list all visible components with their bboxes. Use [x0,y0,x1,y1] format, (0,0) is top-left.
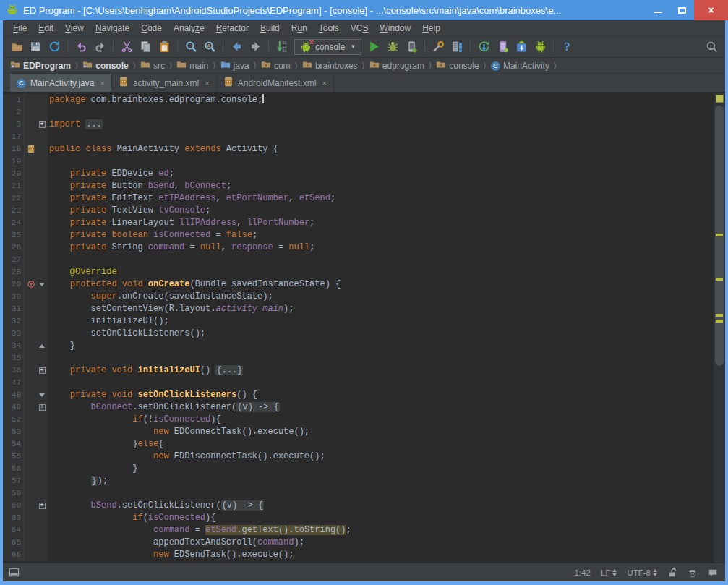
tab-activity-main-xml[interactable]: activity_main.xml× [112,74,217,92]
fold-collapse-icon[interactable] [39,393,45,397]
code-line[interactable]: 31 setContentView(R.layout.activity_main… [3,303,714,315]
android-monitor-icon[interactable] [531,38,549,56]
minimize-button[interactable] [646,0,670,20]
code-line[interactable]: 47 [3,377,714,389]
code-line[interactable]: 55 new EDDisconnectTask().execute(); [3,451,714,463]
menu-item-file[interactable]: File [7,22,33,35]
code-text[interactable] [48,106,49,119]
code-line[interactable]: 26 private String command = null, respon… [3,242,714,254]
code-line[interactable]: 29 protected void onCreate(Bundle savedI… [3,278,714,291]
menu-item-analyze[interactable]: Analyze [168,22,210,35]
code-line[interactable]: 64 command = etSend.getText().toString()… [3,524,714,537]
code-line[interactable]: 57 }); [3,475,714,487]
hector-inspector-icon[interactable] [688,568,698,578]
menu-item-tools[interactable]: Tools [313,22,345,35]
code-line[interactable]: 24 private LinearLayout llIPAddress, llP… [3,217,714,229]
code-line[interactable]: 65 appendTextAndScroll(command); [3,537,714,549]
code-text[interactable]: private void setOnClickListeners() { [48,389,257,401]
related-xml-icon[interactable] [27,143,35,156]
code-line[interactable]: 49+ bConnect.setOnClickListener((v) -> { [3,401,714,414]
code-text[interactable]: package com.brainboxes.edprogram.console… [48,94,264,106]
code-line[interactable]: 34 } [3,340,714,352]
breadcrumb-item-console[interactable]: console [436,59,479,72]
code-line[interactable]: 19 [3,155,714,168]
code-text[interactable]: setOnClickListeners(); [48,328,205,340]
code-text[interactable]: command = etSend.getText().toString(); [48,524,351,537]
code-line[interactable]: 27 [3,254,714,266]
code-line[interactable]: 21 private Button bSend, bConnect; [3,180,714,192]
breadcrumb-item-main[interactable]: main [176,59,208,72]
open-icon[interactable] [8,38,25,56]
code-text[interactable]: import ... [48,119,103,131]
forward-icon[interactable] [247,38,264,56]
save-icon[interactable] [27,38,44,56]
maximize-button[interactable] [670,0,694,20]
replace-icon[interactable]: A [201,38,218,56]
sdk-manager-icon[interactable] [513,38,530,56]
code-text[interactable] [48,352,49,364]
cut-icon[interactable] [118,38,135,56]
notification-bubble-icon[interactable] [708,568,718,578]
copy-icon[interactable] [137,38,154,56]
close-tab-icon[interactable]: × [322,79,326,87]
menu-item-view[interactable]: View [59,22,90,35]
code-line[interactable]: 3+import ... [3,119,714,131]
update-icon[interactable]: 011001 [273,38,291,56]
code-text[interactable]: }); [48,475,108,487]
warning-stripe-mark[interactable] [716,278,723,281]
code-line[interactable]: 30 super.onCreate(savedInstanceState); [3,291,714,303]
device-monitor-icon[interactable] [494,38,511,56]
code-line[interactable]: 54 }else{ [3,438,714,451]
fold-expand-icon[interactable]: + [39,121,46,128]
menu-item-refactor[interactable]: Refactor [210,22,254,35]
paste-icon[interactable] [155,38,173,56]
code-line[interactable]: 56 } [3,463,714,475]
code-line[interactable]: 66 new EDSendTask().execute(); [3,549,714,561]
code-text[interactable]: protected void onCreate(Bundle savedInst… [48,278,341,291]
close-tab-icon[interactable]: × [100,79,104,87]
menu-item-build[interactable]: Build [254,22,286,35]
code-text[interactable]: private LinearLayout llIPAddress, llPort… [48,217,314,229]
menu-item-window[interactable]: Window [374,22,416,35]
code-line[interactable]: 32 initializeUI(); [3,315,714,328]
find-icon[interactable] [182,38,200,56]
code-text[interactable]: private TextView tvConsole; [48,205,210,217]
code-line[interactable]: 53 new EDConnectTask().execute(); [3,426,714,438]
code-text[interactable]: }else{ [48,438,163,451]
code-line[interactable]: 28 @Override [3,266,714,278]
code-line[interactable]: 17 [3,131,714,143]
warning-stripe-mark[interactable] [716,314,723,317]
code-line[interactable]: 33 setOnClickListeners(); [3,328,714,340]
code-text[interactable] [48,155,49,168]
run-configuration-selector[interactable]: ×console▼ [294,39,361,55]
help-icon[interactable]: ? [558,38,575,56]
fold-collapse-icon[interactable] [39,283,45,286]
undo-icon[interactable] [72,38,90,56]
code-text[interactable]: } [48,463,137,475]
code-area[interactable]: 1package com.brainboxes.edprogram.consol… [3,94,714,561]
code-line[interactable]: 25 private boolean isConnected = false; [3,229,714,242]
fold-end-icon[interactable] [39,344,45,348]
menu-item-run[interactable]: Run [286,22,313,35]
code-text[interactable] [48,377,49,389]
code-text[interactable] [48,254,49,266]
code-text[interactable]: appendTextAndScroll(command); [48,537,304,549]
code-line[interactable]: 22 private EditText etIPAddress, etPortN… [3,192,714,205]
fold-expand-icon[interactable]: + [39,367,46,374]
caret-position[interactable]: 1:42 [575,568,591,577]
code-text[interactable]: private EDDevice ed; [48,168,174,180]
menu-item-code[interactable]: Code [135,22,168,35]
gradle-sync-icon[interactable] [475,38,492,56]
code-editor[interactable]: 1package com.brainboxes.edprogram.consol… [3,93,725,563]
breadcrumb-item-com[interactable]: com [261,59,291,72]
code-text[interactable] [48,131,49,143]
code-line[interactable]: 60+ bSend.setOnClickListener((v) -> { [3,500,714,512]
code-text[interactable]: new EDDisconnectTask().execute(); [48,451,325,463]
code-text[interactable]: bConnect.setOnClickListener((v) -> { [48,401,280,414]
code-line[interactable]: 2 [3,106,714,119]
lock-icon[interactable] [667,568,677,578]
code-text[interactable]: new EDSendTask().execute(); [48,549,294,561]
tab-mainactivity-java[interactable]: CMainActivity.java× [10,74,112,92]
code-text[interactable]: private void initializeUI() {...} [48,364,243,377]
code-text[interactable]: private Button bSend, bConnect; [48,180,231,192]
